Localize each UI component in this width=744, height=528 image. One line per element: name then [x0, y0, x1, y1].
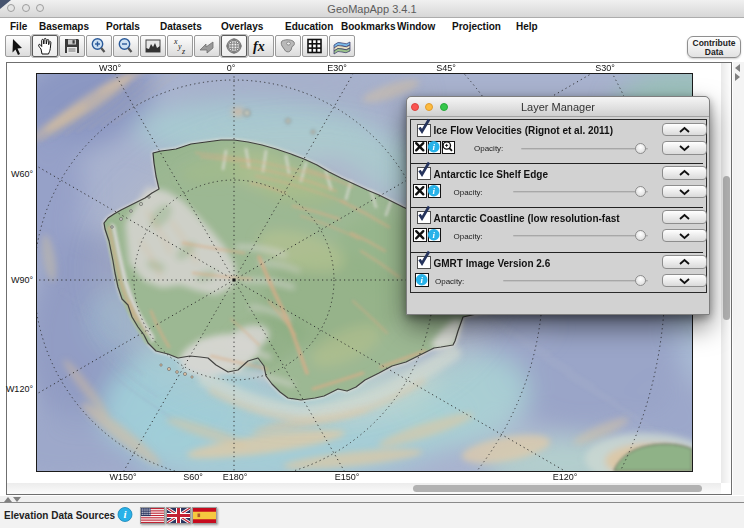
svg-text:fx: fx — [253, 39, 265, 54]
svg-text:z: z — [181, 47, 186, 56]
